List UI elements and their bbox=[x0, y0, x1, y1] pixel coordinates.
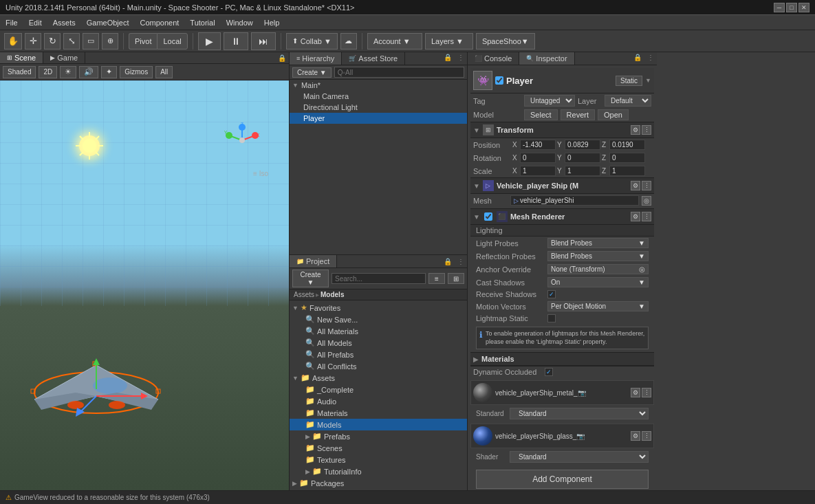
material-2-settings-icon[interactable]: ⚙ bbox=[631, 431, 640, 441]
assets-materials[interactable]: 📁 Materials bbox=[290, 407, 467, 419]
rot-x-input[interactable] bbox=[520, 153, 556, 163]
project-create-button[interactable]: Create ▼ bbox=[292, 270, 329, 287]
menu-help[interactable]: Help bbox=[259, 17, 285, 28]
hand-tool[interactable]: ✋ bbox=[4, 33, 22, 50]
hierarchy-maincamera-item[interactable]: Main Camera bbox=[290, 91, 467, 102]
receive-shadows-checkbox[interactable] bbox=[547, 290, 556, 298]
shader-1-dropdown[interactable]: Standard bbox=[510, 408, 649, 419]
game-tab[interactable]: ▶ Game bbox=[43, 52, 85, 63]
project-lock-icon[interactable]: 🔒 bbox=[441, 256, 455, 267]
collab-button[interactable]: ⬆ Collab ▼ bbox=[286, 33, 338, 50]
asset-store-tab[interactable]: 🛒 Asset Store bbox=[342, 52, 405, 65]
fx-toggle[interactable]: ✦ bbox=[101, 66, 117, 78]
assets-tutorialinfo[interactable]: ▶ 📁 TutorialInfo bbox=[290, 465, 467, 477]
scene-view[interactable]: Z X Y ≡ Iso bbox=[0, 80, 289, 490]
scale-x-input[interactable] bbox=[520, 166, 556, 176]
lightmap-static-checkbox[interactable] bbox=[547, 314, 556, 322]
hierarchy-search-input[interactable] bbox=[334, 67, 464, 78]
bc-assets[interactable]: Assets bbox=[294, 291, 314, 298]
favorites-header[interactable]: ▼ ★ Favorites bbox=[290, 302, 467, 314]
hierarchy-more-icon[interactable]: ⋮ bbox=[455, 52, 467, 65]
layout-button[interactable]: SpaceShoo▼ bbox=[476, 33, 535, 50]
close-button[interactable]: ✕ bbox=[798, 3, 809, 12]
assets-models[interactable]: 📁 Models bbox=[290, 419, 467, 430]
vehicle-more-icon[interactable]: ⋮ bbox=[642, 181, 651, 190]
local-button[interactable]: Local bbox=[157, 33, 187, 50]
fav-prefabs[interactable]: 🔍 All Prefabs bbox=[290, 349, 467, 360]
open-button[interactable]: Open bbox=[598, 109, 629, 120]
fav-newsave[interactable]: 🔍 New Save... bbox=[290, 314, 467, 325]
assets-prefabs[interactable]: ▶ 📁 Prefabs bbox=[290, 430, 467, 442]
rect-tool[interactable]: ▭ bbox=[83, 33, 99, 50]
revert-button[interactable]: Revert bbox=[561, 109, 595, 120]
transform-section-header[interactable]: ▼ ⊞ Transform ⚙ ⋮ bbox=[470, 122, 654, 138]
hierarchy-create-button[interactable]: Create ▼ bbox=[292, 67, 332, 78]
minimize-button[interactable]: ─ bbox=[774, 3, 785, 12]
mesh-renderer-checkbox[interactable] bbox=[484, 212, 492, 221]
shaded-button[interactable]: Shaded bbox=[3, 66, 36, 78]
hierarchy-main-item[interactable]: ▼ Main* bbox=[290, 80, 467, 91]
menu-window[interactable]: Window bbox=[221, 17, 259, 28]
inspector-more-icon[interactable]: ⋮ bbox=[644, 52, 657, 65]
dynamic-occluded-checkbox[interactable] bbox=[545, 368, 553, 376]
scene-tab[interactable]: ⊞ Scene bbox=[0, 52, 43, 63]
light-probes-dropdown[interactable]: Blend Probes ▼ bbox=[547, 238, 649, 248]
pos-y-input[interactable] bbox=[565, 140, 600, 150]
gizmos-button[interactable]: Gizmos bbox=[120, 66, 153, 78]
scale-tool[interactable]: ⤡ bbox=[63, 33, 80, 50]
scale-z-input[interactable] bbox=[609, 166, 645, 176]
assets-header[interactable]: ▼ 📁 Assets bbox=[290, 372, 467, 384]
rotate-tool[interactable]: ↻ bbox=[44, 33, 61, 50]
menu-tutorial[interactable]: Tutorial bbox=[184, 17, 220, 28]
project-search-input[interactable] bbox=[332, 273, 426, 284]
assets-packages[interactable]: ▶ 📁 Packages bbox=[290, 477, 467, 489]
pos-x-input[interactable] bbox=[520, 140, 556, 150]
light-toggle[interactable]: ☀ bbox=[60, 66, 76, 78]
assets-audio[interactable]: 📁 Audio bbox=[290, 395, 467, 407]
audio-toggle[interactable]: 🔊 bbox=[79, 66, 98, 78]
menu-assets[interactable]: Assets bbox=[47, 17, 81, 28]
pause-button[interactable]: ⏸ bbox=[224, 32, 248, 50]
menu-edit[interactable]: Edit bbox=[23, 17, 47, 28]
tag-dropdown[interactable]: Untagged bbox=[524, 95, 575, 107]
transform-tool[interactable]: ⊕ bbox=[102, 33, 118, 50]
account-button[interactable]: Account ▼ bbox=[367, 33, 422, 50]
player-active-checkbox[interactable] bbox=[495, 76, 503, 85]
materials-section-header[interactable]: ▶ Materials bbox=[470, 352, 654, 366]
material-2-more-icon[interactable]: ⋮ bbox=[642, 431, 651, 441]
inspector-tab[interactable]: 🔍 Inspector bbox=[519, 52, 574, 65]
vehicle-settings-icon[interactable]: ⚙ bbox=[631, 181, 640, 190]
step-button[interactable]: ⏭ bbox=[251, 32, 276, 50]
scale-y-input[interactable] bbox=[565, 166, 600, 176]
fav-conflicts[interactable]: 🔍 All Conflicts bbox=[290, 360, 467, 372]
hierarchy-dirlight-item[interactable]: Directional Light bbox=[290, 102, 467, 113]
hierarchy-tab[interactable]: ≡ Hierarchy bbox=[290, 52, 342, 65]
anchor-override-dropdown[interactable]: None (Transform) ◎ bbox=[547, 264, 649, 274]
rot-z-input[interactable] bbox=[609, 153, 645, 163]
menu-gameobject[interactable]: GameObject bbox=[81, 17, 135, 28]
motion-vectors-dropdown[interactable]: Per Object Motion ▼ bbox=[547, 301, 649, 311]
move-tool[interactable]: ✛ bbox=[25, 33, 41, 50]
menu-file[interactable]: File bbox=[0, 17, 23, 28]
menu-component[interactable]: Component bbox=[134, 17, 184, 28]
project-tab[interactable]: 📁 Project bbox=[290, 255, 337, 267]
bc-models[interactable]: Models bbox=[320, 291, 344, 298]
play-button[interactable]: ▶ bbox=[198, 32, 221, 50]
console-tab[interactable]: ⬛ Console bbox=[468, 52, 519, 65]
transform-more-icon[interactable]: ⋮ bbox=[642, 125, 651, 135]
shader-2-dropdown[interactable]: Standard bbox=[510, 451, 649, 463]
fav-models[interactable]: 🔍 All Models bbox=[290, 337, 467, 349]
layers-button[interactable]: Layers ▼ bbox=[425, 33, 473, 50]
add-component-button[interactable]: Add Component bbox=[476, 470, 649, 489]
mesh-renderer-more-icon[interactable]: ⋮ bbox=[642, 212, 651, 221]
mesh-renderer-section-header[interactable]: ▼ ⬛ Mesh Renderer ⚙ ⋮ bbox=[470, 208, 654, 225]
mesh-renderer-settings-icon[interactable]: ⚙ bbox=[631, 212, 640, 221]
assets-scenes[interactable]: 📁 Scenes bbox=[290, 442, 467, 454]
hierarchy-lock-icon[interactable]: 🔒 bbox=[441, 52, 455, 65]
hierarchy-player-item[interactable]: Player bbox=[290, 113, 467, 124]
mode-2d-button[interactable]: 2D bbox=[39, 66, 57, 78]
cloud-button[interactable]: ☁ bbox=[340, 33, 357, 50]
assets-textures[interactable]: 📁 Textures bbox=[290, 454, 467, 465]
all-button[interactable]: All bbox=[155, 66, 173, 78]
project-more-icon[interactable]: ⋮ bbox=[455, 256, 467, 267]
